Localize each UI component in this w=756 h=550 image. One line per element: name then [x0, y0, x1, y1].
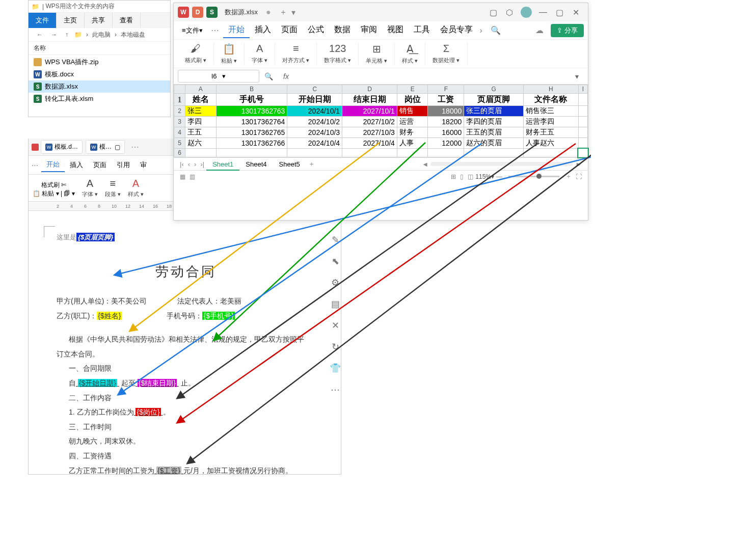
share-button[interactable]: ⇪ 分享 [551, 24, 584, 37]
pointer-icon[interactable]: ⬉ [326, 251, 344, 272]
next-icon[interactable]: › [192, 160, 198, 168]
ribbon-会员专享[interactable]: 会员专享 [435, 22, 478, 38]
tool-format-paste[interactable]: 格式刷 ✄ 📋 粘贴 ▾ | 🗐 ▾ [33, 181, 75, 198]
toolbar-数字格式[interactable]: 123数字格式 ▾ [317, 43, 359, 65]
prev-icon[interactable]: ‹ [186, 160, 192, 168]
explorer-title: 📁 | WPS用这个文件夹的内容 [29, 1, 170, 13]
zoom-icon[interactable]: 🔍 [259, 70, 278, 82]
add-sheet-button[interactable]: ＋ [306, 159, 317, 169]
toolbar-粘贴[interactable]: 📋粘贴 ▾ [214, 43, 245, 65]
expand-fx-icon[interactable]: ▾ [570, 70, 584, 82]
minimize-button[interactable]: — [535, 5, 551, 19]
grid-area[interactable]: ABCDEFGHI1姓名手机号开始日期结束日期岗位工资页眉页脚文件名称2张三13… [174, 85, 588, 157]
layout-icon[interactable]: ▤ [326, 293, 344, 315]
toolbar-数据处理[interactable]: Σ数据处理 ▾ [425, 43, 467, 65]
settings-icon[interactable]: ⚙ [326, 272, 344, 293]
ribbon-start[interactable]: 开始 [41, 158, 65, 172]
sheet-tab[interactable]: Sheet4 [239, 159, 273, 170]
ribbon-ref[interactable]: 引用 [112, 158, 135, 172]
refresh-icon[interactable]: ↻ [326, 336, 344, 358]
toolbar-字体[interactable]: A字体 ▾ [245, 43, 275, 65]
ribbon-页面[interactable]: 页面 [276, 22, 303, 38]
nav-back[interactable]: ← [35, 30, 45, 39]
file-item[interactable]: WPS VBA插件.zip [29, 56, 170, 68]
cube-icon[interactable]: ⬡ [501, 5, 518, 19]
col-header[interactable]: G [464, 85, 524, 94]
cart-icon[interactable]: 👕 [326, 358, 344, 379]
doc-icon[interactable]: D [192, 7, 203, 18]
toolbar-单元格[interactable]: ⊞单元格 ▾ [359, 43, 395, 65]
view-page-icon[interactable]: ▯ [458, 173, 466, 180]
file-tab[interactable]: 数据源.xlsx [221, 6, 262, 18]
more-icon[interactable]: ⋯ [131, 142, 139, 152]
fx-icon[interactable]: fx [278, 70, 294, 82]
sheet-tab[interactable]: Sheet5 [273, 159, 306, 170]
col-header[interactable]: A [185, 85, 217, 94]
view-split-icon[interactable]: ◫ [466, 173, 475, 180]
col-header[interactable]: E [397, 85, 428, 94]
zoom-label[interactable]: 115% [475, 173, 491, 180]
zoom-out-button[interactable]: — [494, 173, 504, 180]
cloud-icon[interactable]: ☁ [531, 25, 548, 35]
toolbar-格式刷[interactable]: 🖌格式刷 ▾ [178, 43, 214, 65]
fullscreen-icon[interactable]: ⛶ [574, 173, 584, 180]
name-box[interactable]: I6 ▾ [178, 70, 259, 82]
tool-style[interactable]: A样式 ▾ [128, 178, 144, 198]
tab-share[interactable]: 共享 [85, 13, 113, 28]
nav-up[interactable]: ↑ [63, 30, 70, 39]
view-normal-icon[interactable]: ⊞ [449, 173, 458, 180]
new-tab-button[interactable]: ＋ [275, 7, 291, 18]
ribbon-数据[interactable]: 数据 [329, 22, 356, 38]
tab-file[interactable]: 文件 [29, 13, 57, 28]
doc-tab-2[interactable]: W模…▢ [86, 140, 125, 154]
pen-icon[interactable]: ✎ [326, 229, 344, 251]
column-header-name[interactable]: 名称 [29, 42, 170, 55]
col-header[interactable]: F [428, 85, 464, 94]
file-item[interactable]: W模板.docx [29, 68, 170, 80]
col-header[interactable]: H [523, 85, 578, 94]
avatar-icon[interactable] [521, 7, 532, 18]
tab-view[interactable]: 查看 [113, 13, 141, 28]
ribbon-工具[interactable]: 工具 [409, 22, 435, 38]
toolbar-样式[interactable]: A͟样式 ▾ [395, 43, 425, 65]
file-item[interactable]: S转化工具表.xlsm [29, 93, 170, 105]
ribbon-公式[interactable]: 公式 [303, 22, 329, 38]
ribbon-审阅[interactable]: 审阅 [356, 22, 382, 38]
file-item[interactable]: S数据源.xlsx [29, 80, 170, 93]
col-header[interactable]: I [578, 85, 587, 94]
sheet-icon[interactable]: S [206, 7, 218, 18]
view-icon[interactable]: ▥ [187, 173, 197, 180]
sheet-tab[interactable]: Sheet1 [206, 159, 239, 171]
close-button[interactable]: ✕ [568, 5, 584, 19]
more-icon[interactable]: ⋯ [207, 25, 223, 35]
tab-home[interactable]: 主页 [57, 13, 85, 28]
tool-font[interactable]: A字体 ▾ [82, 178, 98, 198]
ribbon-page[interactable]: 页面 [88, 158, 112, 172]
ribbon-开始[interactable]: 开始 [223, 22, 250, 38]
more-icon[interactable]: ⋯ [32, 161, 38, 169]
document-area[interactable]: 这里是{$页眉页脚} 劳动合同 甲方(用人单位)：美不美公司 法定代表人：老美丽… [29, 211, 341, 475]
ribbon-插入[interactable]: 插入 [250, 22, 276, 38]
col-header[interactable]: C [287, 85, 342, 94]
layout-icon[interactable]: ▢ [485, 5, 501, 19]
last-icon[interactable]: ›| [198, 160, 206, 168]
toolbar-对齐方式[interactable]: ≡对齐方式 ▾ [275, 43, 317, 65]
ribbon-视图[interactable]: 视图 [382, 22, 409, 38]
nav-fwd[interactable]: → [49, 30, 59, 39]
search-icon[interactable]: 🔍 [484, 25, 507, 35]
ribbon-review[interactable]: 审 [135, 158, 152, 172]
zoom-in-button[interactable]: ＋ [563, 172, 574, 181]
maximize-button[interactable]: ▢ [551, 5, 568, 19]
chevron-right-icon[interactable]: › [478, 26, 484, 35]
doc-tab-1[interactable]: W模板.d… [41, 140, 83, 154]
tool-paragraph[interactable]: ≡段落 ▾ [105, 178, 121, 198]
view-icon[interactable]: ▦ [178, 173, 187, 180]
menu-file[interactable]: ≡ 文件 ▾ [178, 24, 207, 37]
ribbon-insert[interactable]: 插入 [65, 158, 88, 172]
col-header[interactable]: D [342, 85, 397, 94]
first-icon[interactable]: |‹ [178, 160, 186, 168]
zoom-slider[interactable] [508, 176, 559, 177]
tools-icon[interactable]: ✕ [326, 315, 344, 336]
col-header[interactable]: B [216, 85, 287, 94]
more-icon[interactable]: ⋯ [326, 379, 344, 400]
